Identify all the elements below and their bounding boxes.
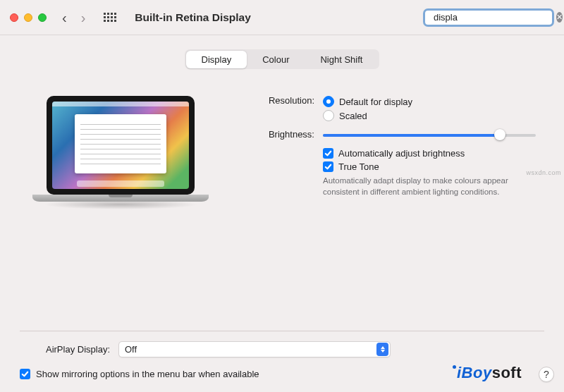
true-tone-note: Automatically adapt display to make colo… (323, 176, 541, 197)
display-preview (32, 96, 209, 209)
close-icon[interactable] (10, 13, 18, 22)
true-tone-label: True Tone (338, 161, 379, 172)
zoom-icon[interactable] (38, 13, 47, 22)
resolution-scaled-option[interactable]: Scaled (323, 109, 547, 123)
divider (20, 331, 544, 331)
tab-night-shift[interactable]: Night Shift (305, 51, 378, 68)
resolution-default-option[interactable]: Default for display (323, 94, 547, 109)
minimize-icon[interactable] (24, 13, 32, 22)
show-all-icon[interactable] (104, 13, 116, 22)
tab-display[interactable]: Display (186, 51, 247, 68)
radio-icon (323, 96, 334, 107)
true-tone-checkbox[interactable]: True Tone (323, 160, 547, 173)
brightness-slider[interactable] (323, 128, 536, 141)
airplay-label: AirPlay Display: (20, 344, 110, 355)
brand-logo: iBoysoft (453, 364, 522, 382)
resolution-default-label: Default for display (339, 97, 412, 107)
nav-arrows: ‹ › (62, 11, 85, 25)
slider-knob-icon[interactable] (494, 129, 505, 140)
help-button[interactable]: ? (539, 367, 554, 382)
forward-button: › (81, 11, 86, 25)
tab-group: Display Colour Night Shift (185, 49, 379, 69)
titlebar: ‹ › Built-in Retina Display ✕ (0, 0, 564, 35)
auto-brightness-label: Automatically adjust brightness (338, 148, 465, 159)
airplay-value: Off (125, 344, 137, 355)
checkmark-icon (323, 148, 333, 159)
window-title: Built-in Retina Display (135, 11, 417, 24)
brightness-label: Brightness: (252, 128, 323, 140)
resolution-label: Resolution: (252, 94, 323, 106)
checkmark-icon (20, 369, 30, 379)
mirroring-label: Show mirroring options in the menu bar w… (36, 369, 259, 379)
resolution-scaled-label: Scaled (339, 111, 367, 121)
window-controls (10, 13, 47, 22)
chevron-updown-icon (376, 343, 388, 356)
auto-brightness-checkbox[interactable]: Automatically adjust brightness (323, 147, 547, 160)
checkmark-icon (323, 161, 333, 172)
search-field[interactable]: ✕ (423, 8, 554, 27)
tab-colour[interactable]: Colour (247, 51, 305, 68)
watermark: wsxdn.com (526, 169, 561, 176)
radio-icon (323, 110, 334, 121)
clear-icon[interactable]: ✕ (556, 12, 563, 23)
airplay-select[interactable]: Off (118, 341, 391, 357)
back-button[interactable]: ‹ (62, 11, 67, 25)
search-input[interactable] (434, 12, 552, 23)
